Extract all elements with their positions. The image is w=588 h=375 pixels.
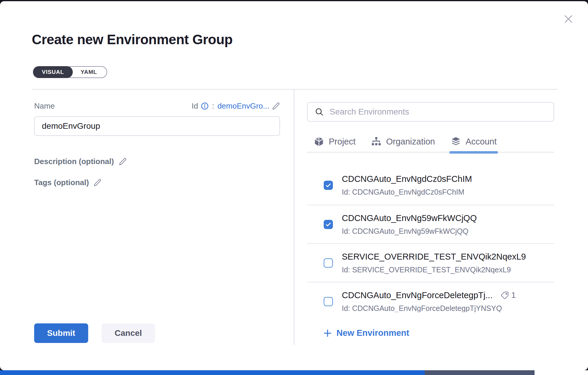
environment-tag-badge: 1: [500, 291, 516, 300]
name-input[interactable]: [34, 116, 280, 136]
column-divider: [294, 90, 294, 345]
layers-icon: [451, 136, 461, 147]
search-icon: [315, 107, 324, 116]
description-label: Description (optional): [34, 157, 114, 166]
scope-tabs: Project Organization Account: [307, 131, 554, 152]
bottom-bar-slate-segment: [425, 370, 535, 375]
create-environment-group-dialog: Create new Environment Group VISUAL YAML…: [0, 1, 588, 370]
description-row: Description (optional): [34, 157, 127, 166]
environment-name: SERVICE_OVERRIDE_TEST_ENVQik2NqexL9: [342, 252, 526, 262]
close-icon: [563, 14, 573, 25]
submit-button[interactable]: Submit: [34, 323, 88, 343]
tags-row: Tags (optional): [34, 178, 102, 187]
cube-icon: [314, 136, 324, 147]
cancel-button[interactable]: Cancel: [102, 323, 155, 343]
environment-list-item[interactable]: CDCNGAuto_EnvNgdCz0sFChIM Id: CDCNGAuto_…: [307, 153, 554, 205]
edit-tags-pencil-icon[interactable]: [94, 179, 102, 187]
dialog-actions: Submit Cancel: [34, 323, 155, 343]
environment-id: Id: SERVICE_OVERRIDE_TEST_ENVQik2NqexL9: [342, 266, 526, 274]
environment-list-item[interactable]: CDCNGAuto_EnvNg59wFkWCjQQ Id: CDCNGAuto_…: [307, 205, 554, 244]
tab-account[interactable]: Account: [451, 131, 497, 152]
environment-checkbox[interactable]: [324, 297, 333, 306]
environment-name: CDCNGAuto_EnvNgdCz0sFChIM: [342, 174, 472, 184]
environment-checkbox[interactable]: [324, 181, 333, 190]
environment-checkbox[interactable]: [324, 220, 333, 229]
tabs-divider: [307, 152, 554, 152]
plus-icon: [323, 329, 332, 338]
new-environment-label: New Environment: [336, 328, 409, 338]
background-bottom-bar: [0, 370, 588, 375]
toggle-visual[interactable]: VISUAL: [33, 66, 73, 78]
close-button[interactable]: [562, 13, 575, 26]
edit-description-pencil-icon[interactable]: [119, 158, 127, 166]
id-value-link[interactable]: demoEnvGro...: [217, 101, 269, 111]
tab-organization-label: Organization: [386, 137, 435, 147]
environment-id: Id: CDCNGAuto_EnvNg59wFkWCjQQ: [342, 227, 477, 236]
environment-list-item[interactable]: CDCNGAuto_EnvNgForceDeletegpTj... 1 Id: …: [307, 282, 554, 312]
environment-list-item[interactable]: SERVICE_OVERRIDE_TEST_ENVQik2NqexL9 Id: …: [307, 244, 554, 282]
environment-name: CDCNGAuto_EnvNg59wFkWCjQQ: [342, 213, 477, 223]
environment-text: CDCNGAuto_EnvNgdCz0sFChIM Id: CDCNGAuto_…: [342, 174, 472, 196]
tab-account-label: Account: [466, 137, 497, 147]
environment-checkbox[interactable]: [324, 258, 333, 268]
tab-project-label: Project: [329, 137, 355, 147]
environment-tag-count: 1: [511, 291, 516, 300]
edit-id-pencil-icon[interactable]: [272, 102, 280, 110]
environment-text: CDCNGAuto_EnvNg59wFkWCjQQ Id: CDCNGAuto_…: [342, 213, 477, 236]
environment-id: Id: CDCNGAuto_EnvNgForceDeletegpTjYNSYQ: [342, 304, 516, 312]
visual-yaml-toggle: VISUAL YAML: [33, 66, 107, 78]
environment-text: SERVICE_OVERRIDE_TEST_ENVQik2NqexL9 Id: …: [342, 252, 526, 274]
bottom-bar-blue-segment: [0, 370, 425, 375]
environment-list: CDCNGAuto_EnvNgdCz0sFChIM Id: CDCNGAuto_…: [307, 153, 554, 312]
tab-project[interactable]: Project: [314, 131, 355, 152]
screen: Create new Environment Group VISUAL YAML…: [0, 0, 588, 375]
environment-text: CDCNGAuto_EnvNgForceDeletegpTj... 1 Id: …: [342, 290, 516, 312]
check-icon: [325, 182, 331, 188]
id-label: Id: [192, 101, 198, 111]
info-icon[interactable]: [201, 102, 209, 110]
bottom-bar-white-segment: [535, 370, 588, 375]
tag-icon: [500, 291, 509, 300]
search-input[interactable]: [324, 107, 554, 117]
id-row: Id : demoEnvGro...: [192, 101, 280, 111]
id-separator: :: [212, 101, 214, 111]
name-label: Name: [34, 101, 55, 111]
org-chart-icon: [371, 136, 382, 147]
check-icon: [325, 221, 331, 228]
environment-name: CDCNGAuto_EnvNgForceDeletegpTj...: [342, 290, 493, 300]
tab-organization[interactable]: Organization: [371, 131, 435, 152]
environment-id: Id: CDCNGAuto_EnvNgdCz0sFChIM: [342, 188, 472, 196]
search-box: [307, 102, 554, 122]
page-title: Create new Environment Group: [32, 31, 233, 47]
header-divider: [32, 89, 558, 90]
tags-label: Tags (optional): [34, 178, 89, 187]
new-environment-button[interactable]: New Environment: [323, 328, 409, 338]
name-id-row: Name Id : demoEnvGro...: [34, 101, 280, 111]
